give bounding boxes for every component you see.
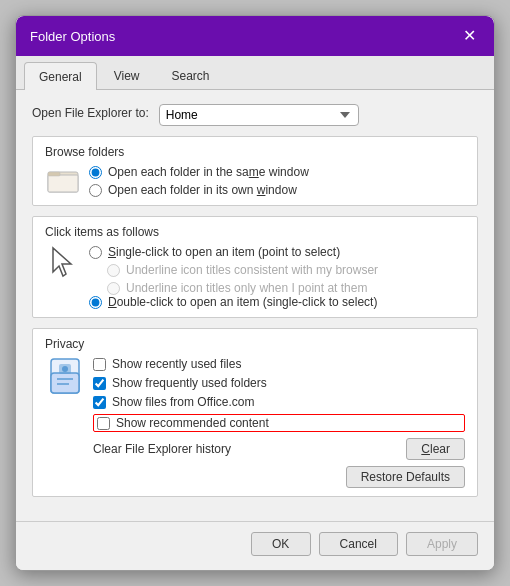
clear-history-row: Clear File Explorer history Clear [93, 438, 465, 460]
restore-defaults-button[interactable]: Restore Defaults [346, 466, 465, 488]
privacy-icon [45, 357, 85, 397]
underline-browser-label: Underline icon titles consistent with my… [126, 263, 378, 277]
tab-search[interactable]: Search [157, 62, 225, 89]
browse-own-window-radio[interactable] [89, 184, 102, 197]
cursor-icon [45, 245, 81, 281]
tab-general[interactable]: General [24, 62, 97, 90]
show-office-files-checkbox[interactable] [93, 396, 106, 409]
browse-same-window-label: Open each folder in the same window [108, 165, 309, 179]
svg-marker-3 [53, 248, 71, 276]
show-office-files-row: Show files from Office.com [93, 395, 465, 409]
show-frequent-folders-label: Show frequently used folders [112, 376, 267, 390]
underline-point-row: Underline icon titles only when I point … [107, 281, 465, 295]
browse-option2-row: Open each folder in its own window [89, 183, 465, 197]
svg-point-9 [62, 366, 68, 372]
cancel-button[interactable]: Cancel [319, 532, 398, 556]
click-items-label: Click items as follows [45, 225, 465, 239]
title-bar: Folder Options ✕ [16, 16, 494, 56]
show-recommended-label: Show recommended content [116, 416, 269, 430]
folder-options-dialog: Folder Options ✕ General View Search Ope… [15, 15, 495, 571]
svg-rect-2 [48, 172, 60, 176]
tab-bar: General View Search [16, 56, 494, 90]
double-click-label: Double-click to open an item (single-cli… [108, 295, 377, 309]
single-click-row: Single-click to open an item (point to s… [89, 245, 465, 259]
single-click-radio[interactable] [89, 246, 102, 259]
open-explorer-label: Open File Explorer to: [32, 106, 149, 120]
folder-icon [45, 165, 81, 193]
browse-option1-row: Open each folder in the same window [89, 165, 465, 179]
underline-point-label: Underline icon titles only when I point … [126, 281, 367, 295]
browse-folders-section: Browse folders Open each folder in the s… [32, 136, 478, 206]
restore-defaults-row: Restore Defaults [45, 466, 465, 488]
tab-content-general: Open File Explorer to: Home This PC Quic… [16, 90, 494, 521]
svg-rect-1 [48, 175, 78, 192]
close-button[interactable]: ✕ [459, 26, 480, 46]
privacy-row: Show recently used files Show frequently… [45, 357, 465, 460]
show-recent-files-row: Show recently used files [93, 357, 465, 371]
show-recent-files-checkbox[interactable] [93, 358, 106, 371]
dialog-title: Folder Options [30, 29, 115, 44]
show-frequent-folders-checkbox[interactable] [93, 377, 106, 390]
browse-folders-label: Browse folders [45, 145, 465, 159]
show-recommended-checkbox[interactable] [97, 417, 110, 430]
click-items-section: Click items as follows Single-click to o… [32, 216, 478, 318]
clear-button[interactable]: Clear [406, 438, 465, 460]
double-click-row: Double-click to open an item (single-cli… [89, 295, 465, 309]
svg-rect-5 [51, 373, 79, 393]
browse-same-window-radio[interactable] [89, 166, 102, 179]
open-explorer-section: Open File Explorer to: Home This PC Quic… [32, 104, 478, 126]
browse-own-window-label: Open each folder in its own window [108, 183, 297, 197]
show-frequent-folders-row: Show frequently used folders [93, 376, 465, 390]
underline-browser-radio[interactable] [107, 264, 120, 277]
ok-button[interactable]: OK [251, 532, 311, 556]
privacy-section: Privacy Show recently used fil [32, 328, 478, 497]
double-click-radio[interactable] [89, 296, 102, 309]
clear-history-label: Clear File Explorer history [93, 442, 231, 456]
open-explorer-select[interactable]: Home This PC Quick Access [159, 104, 359, 126]
privacy-label: Privacy [45, 337, 465, 351]
tab-view[interactable]: View [99, 62, 155, 89]
show-recent-files-label: Show recently used files [112, 357, 241, 371]
apply-button[interactable]: Apply [406, 532, 478, 556]
privacy-checkboxes: Show recently used files Show frequently… [93, 357, 465, 460]
show-recommended-content-row: Show recommended content [93, 414, 465, 432]
underline-point-radio[interactable] [107, 282, 120, 295]
show-office-files-label: Show files from Office.com [112, 395, 255, 409]
underline-browser-row: Underline icon titles consistent with my… [107, 263, 465, 277]
single-click-label: Single-click to open an item (point to s… [108, 245, 340, 259]
bottom-buttons: OK Cancel Apply [16, 521, 494, 570]
